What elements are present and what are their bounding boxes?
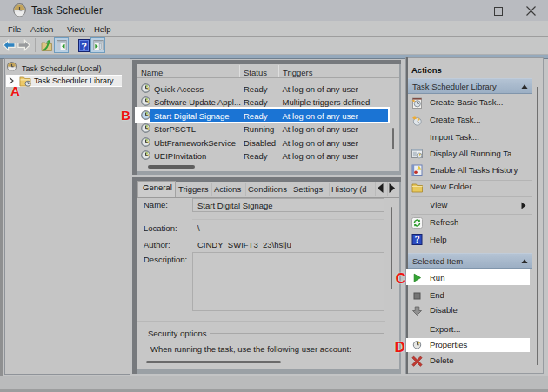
svg-text:?: ? — [414, 235, 419, 244]
svg-text:?: ? — [81, 41, 87, 51]
